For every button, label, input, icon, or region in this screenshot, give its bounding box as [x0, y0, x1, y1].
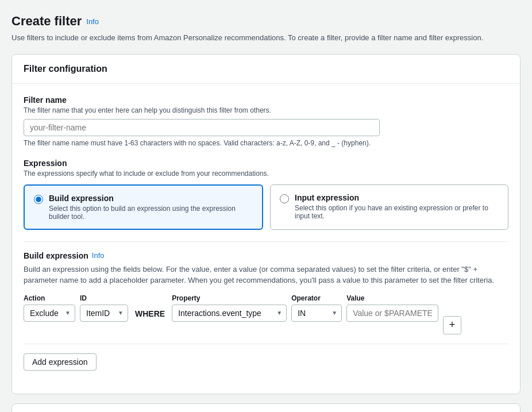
- page-info-link[interactable]: Info: [86, 17, 99, 26]
- radio-input-content: Input expression Select this option if y…: [295, 193, 499, 220]
- radio-options-group: Build expression Select this option to b…: [24, 184, 508, 230]
- tags-card: ▶ Tags - optional (0) Info A tag is an a…: [11, 403, 521, 413]
- build-expr-title: Build expression: [24, 251, 88, 260]
- card-title: Filter configuration: [24, 64, 107, 74]
- radio-build-content: Build expression Select this option to b…: [49, 194, 253, 221]
- filter-name-note: The filter name name must have 1-63 char…: [24, 139, 508, 147]
- build-expr-description: Build an expression using the fields bel…: [24, 264, 508, 286]
- action-column: Action Exclude Include ▼: [24, 294, 75, 322]
- radio-input-expression[interactable]: Input expression Select this option if y…: [270, 184, 508, 230]
- add-row-button[interactable]: +: [443, 316, 461, 334]
- id-select[interactable]: ItemID UserID: [80, 305, 128, 322]
- id-select-wrapper: ItemID UserID ▼: [80, 305, 128, 322]
- build-expr-title-row: Build expression Info: [24, 251, 508, 260]
- expression-section: Expression The expressions specify what …: [24, 159, 508, 371]
- radio-build-desc: Select this option to build an expressio…: [49, 205, 253, 221]
- radio-input-input[interactable]: [280, 194, 289, 203]
- filter-name-section: Filter name The filter name that you ent…: [24, 95, 508, 147]
- radio-input-label: Input expression: [295, 193, 499, 202]
- value-label: Value: [346, 294, 438, 302]
- property-select[interactable]: Interactions.event_type Items.category U…: [172, 305, 287, 322]
- radio-build-expression[interactable]: Build expression Select this option to b…: [24, 184, 263, 230]
- radio-build-input[interactable]: [34, 195, 43, 204]
- build-expr-info-link[interactable]: Info: [92, 251, 105, 260]
- operator-label: Operator: [291, 294, 342, 302]
- radio-build-label: Build expression: [49, 194, 253, 203]
- card-header: Filter configuration: [12, 55, 520, 84]
- property-select-wrapper: Interactions.event_type Items.category U…: [172, 305, 287, 322]
- add-row-col: +: [443, 294, 461, 334]
- add-expression-button[interactable]: Add expression: [24, 353, 97, 371]
- where-label: WHERE: [133, 306, 167, 322]
- operator-select[interactable]: IN NOT IN = != < > <= >=: [291, 305, 342, 322]
- filter-config-card: Filter configuration Filter name The fil…: [11, 54, 521, 394]
- build-expression-section: Build expression Info Build an expressio…: [24, 241, 508, 371]
- value-input[interactable]: [346, 305, 438, 322]
- value-column: Value: [346, 294, 438, 322]
- expression-hint: The expressions specify what to include …: [24, 170, 508, 178]
- id-column: ID ItemID UserID ▼: [80, 294, 128, 322]
- action-select[interactable]: Exclude Include: [24, 305, 75, 322]
- id-label: ID: [80, 294, 128, 302]
- action-select-wrapper: Exclude Include ▼: [24, 305, 75, 322]
- page-description: Use filters to include or exclude items …: [11, 32, 521, 44]
- property-label: Property: [172, 294, 287, 302]
- card-body: Filter name The filter name that you ent…: [12, 84, 520, 394]
- filter-name-input[interactable]: [24, 119, 380, 136]
- property-column: Property Interactions.event_type Items.c…: [172, 294, 287, 322]
- operator-column: Operator IN NOT IN = != < > <=: [291, 294, 342, 322]
- page-title: Create filter: [11, 14, 82, 29]
- filter-name-hint: The filter name that you enter here can …: [24, 106, 508, 114]
- tags-card-body: ▶ Tags - optional (0) Info A tag is an a…: [12, 404, 520, 413]
- where-col: WHERE: [133, 294, 167, 322]
- expression-label: Expression: [24, 159, 508, 168]
- divider: [24, 344, 508, 344]
- filter-name-label: Filter name: [24, 95, 508, 105]
- operator-select-wrapper: IN NOT IN = != < > <= >= ▼: [291, 305, 342, 322]
- radio-input-desc: Select this option if you have an existi…: [295, 204, 499, 220]
- action-label: Action: [24, 294, 75, 302]
